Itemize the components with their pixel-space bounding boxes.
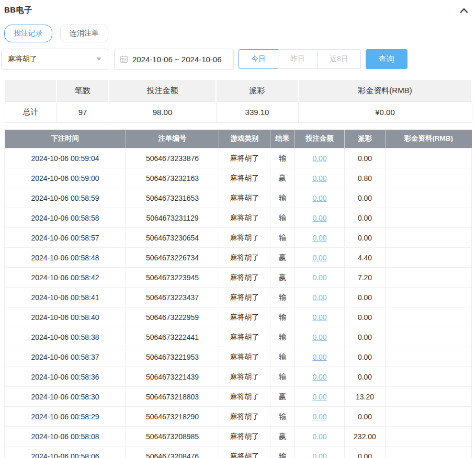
bet-amount-cell: 0.00: [295, 288, 345, 307]
result-cell: 输: [270, 446, 295, 458]
order-id-cell: 5064673208476: [126, 446, 219, 458]
records-header-row: 下注时间 注单编号 游戏类别 结果 投注金额 派彩 彩金资料(RMB): [5, 130, 472, 148]
bet-amount-cell: 0.00: [295, 148, 345, 168]
payout-cell: 13.20: [345, 387, 386, 407]
order-id-cell: 5064673231129: [126, 208, 219, 228]
records-table: 下注时间 注单编号 游戏类别 结果 投注金额 派彩 彩金资料(RMB) 2024…: [4, 130, 472, 458]
quick-range-yesterday[interactable]: 昨日: [278, 49, 318, 69]
payout-cell: 0.00: [345, 188, 386, 208]
payout-cell: 0.00: [345, 307, 386, 327]
collapse-panel-button[interactable]: [459, 7, 469, 14]
bonus-cell: [386, 347, 472, 367]
bet-time-cell: 2024-10-06 00:58:58: [5, 208, 126, 228]
summary-col-payout: 派彩: [216, 79, 298, 101]
game-type-cell: 麻将胡了: [219, 407, 270, 427]
bonus-cell: [386, 188, 472, 208]
game-type-cell: 麻将胡了: [219, 307, 270, 327]
chevron-up-icon: [459, 7, 469, 14]
quick-range-label: 近8日: [330, 54, 348, 64]
col-game-type: 游戏类别: [219, 130, 270, 148]
game-type-cell: 麻将胡了: [219, 148, 270, 168]
bonus-cell: [386, 288, 472, 307]
table-row: 2024-10-06 00:58:425064673223945麻将胡了赢0.0…: [5, 268, 472, 288]
bet-amount-link[interactable]: 0.00: [312, 452, 326, 458]
bet-amount-cell: 0.00: [295, 367, 345, 387]
payout-cell: 0.00: [345, 347, 386, 367]
bonus-cell: [386, 268, 472, 288]
bet-amount-link[interactable]: 0.00: [312, 254, 326, 262]
order-id-cell: 5064673218803: [126, 387, 219, 407]
order-id-cell: 5064673231653: [126, 188, 219, 208]
bonus-cell: [386, 208, 472, 228]
order-id-cell: 5064673223945: [126, 268, 219, 288]
query-button[interactable]: 查询: [366, 49, 407, 69]
bet-amount-link[interactable]: 0.00: [312, 214, 326, 222]
bet-amount-cell: 0.00: [295, 268, 345, 288]
game-type-cell: 麻将胡了: [219, 347, 270, 367]
result-cell: 输: [270, 407, 295, 427]
game-type-cell: 麻将胡了: [219, 188, 270, 208]
bet-amount-cell: 0.00: [295, 347, 345, 367]
result-cell: 赢: [270, 268, 295, 288]
order-id-cell: 5064673222441: [126, 327, 219, 347]
table-row: 2024-10-06 00:59:045064673233876麻将胡了输0.0…: [5, 148, 472, 168]
bet-amount-link[interactable]: 0.00: [312, 373, 326, 381]
tab-bet-records[interactable]: 投注记录: [4, 25, 52, 42]
bet-amount-link[interactable]: 0.00: [312, 432, 326, 441]
bet-amount-link[interactable]: 0.00: [312, 313, 326, 322]
chevron-down-icon: [96, 58, 101, 61]
bet-amount-cell: 0.00: [295, 327, 345, 347]
bet-amount-link[interactable]: 0.00: [312, 353, 326, 361]
bet-amount-link[interactable]: 0.00: [312, 333, 326, 341]
bet-time-cell: 2024-10-06 00:58:06: [5, 446, 126, 458]
bet-amount-link[interactable]: 0.00: [312, 154, 326, 163]
table-row: 2024-10-06 00:58:595064673231653麻将胡了输0.0…: [5, 188, 472, 208]
bet-amount-cell: 0.00: [295, 427, 345, 446]
game-type-select-value: 麻将胡了: [8, 54, 37, 64]
payout-cell: 0.00: [345, 208, 386, 228]
table-row: 2024-10-06 00:58:485064673226734麻将胡了赢0.0…: [5, 248, 472, 268]
game-type-cell: 麻将胡了: [219, 208, 270, 228]
summary-col-count: 笔数: [56, 79, 109, 101]
payout-cell: 0.00: [345, 446, 386, 458]
date-range-input[interactable]: 2024-10-06 ~ 2024-10-06: [114, 49, 234, 70]
game-type-cell: 麻将胡了: [219, 268, 270, 288]
result-cell: 输: [270, 307, 295, 327]
bonus-cell: [386, 446, 472, 458]
table-row: 2024-10-06 00:58:385064673222441麻将胡了输0.0…: [5, 327, 472, 347]
table-row: 2024-10-06 00:58:375064673221953麻将胡了输0.0…: [5, 347, 472, 367]
order-id-cell: 5064673233876: [126, 148, 219, 168]
game-type-select[interactable]: 麻将胡了: [1, 49, 108, 70]
bet-amount-link[interactable]: 0.00: [312, 293, 326, 302]
summary-total-count: 97: [56, 101, 109, 122]
summary-total-bonus: ¥0.00: [298, 101, 472, 122]
summary-total-bet-amount: 98.00: [109, 101, 216, 122]
quick-range-last8days[interactable]: 近8日: [317, 49, 361, 69]
bet-amount-link[interactable]: 0.00: [312, 234, 326, 242]
order-id-cell: 5064673208985: [126, 427, 219, 446]
game-type-cell: 麻将胡了: [219, 228, 270, 248]
table-row: 2024-10-06 00:59:005064673232163麻将胡了赢0.0…: [5, 168, 472, 188]
bet-amount-link[interactable]: 0.00: [312, 273, 326, 282]
bet-amount-link[interactable]: 0.00: [312, 413, 326, 421]
game-type-cell: 麻将胡了: [219, 446, 270, 458]
result-cell: 赢: [270, 387, 295, 407]
summary-header-row: 笔数 投注金额 派彩 彩金资料(RMB): [5, 79, 472, 101]
quick-range-today[interactable]: 今日: [239, 49, 278, 69]
calendar-icon: [120, 55, 128, 63]
order-id-cell: 5064673230654: [126, 228, 219, 248]
table-row: 2024-10-06 00:58:305064673218803麻将胡了赢0.0…: [5, 387, 472, 407]
page-title: BB电子: [4, 5, 32, 15]
tab-cancelled-orders[interactable]: 连消注单: [60, 25, 108, 42]
col-order-id: 注单编号: [126, 130, 219, 148]
bet-time-cell: 2024-10-06 00:58:48: [5, 248, 126, 268]
result-cell: 输: [270, 208, 295, 228]
summary-total-payout: 339.10: [216, 101, 298, 122]
table-row: 2024-10-06 00:58:065064673208476麻将胡了输0.0…: [5, 446, 472, 458]
bet-amount-link[interactable]: 0.00: [312, 194, 326, 202]
summary-total-label: 总计: [5, 101, 56, 122]
payout-cell: 0.00: [345, 148, 386, 168]
bet-amount-link[interactable]: 0.00: [312, 393, 326, 401]
summary-col-blank: [5, 79, 56, 101]
bet-amount-link[interactable]: 0.00: [312, 174, 326, 182]
